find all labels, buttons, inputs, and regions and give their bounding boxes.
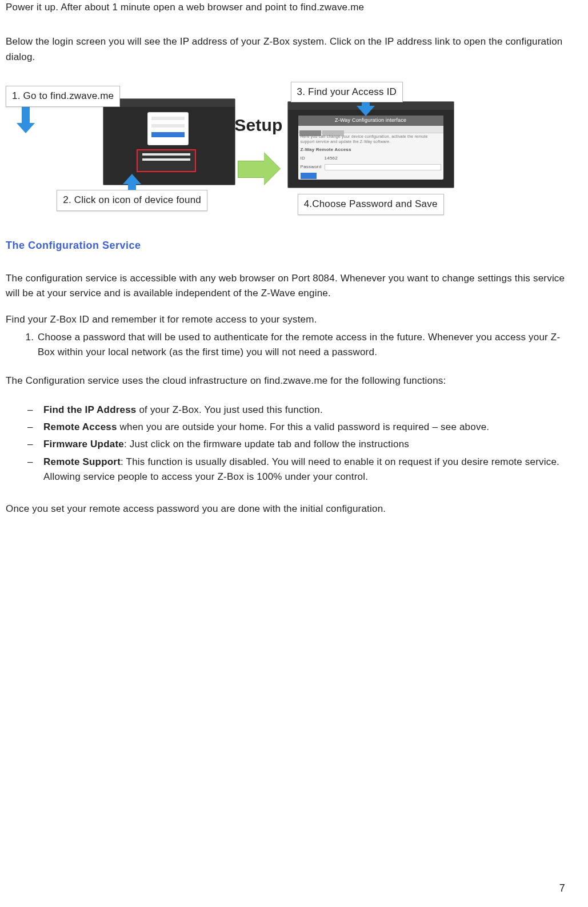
caption-step-1: 1. Go to find.zwave.me <box>6 86 120 106</box>
list-item: Remote Access when you are outside your … <box>27 420 565 435</box>
caption-step-3: 3. Find your Access ID <box>291 82 403 102</box>
config-paragraph-1: The configuration service is accessible … <box>6 271 565 301</box>
feature-list: Find the IP Address of your Z-Box. You j… <box>27 403 565 485</box>
list-item: Firmware Update: Just click on the firmw… <box>27 437 565 452</box>
section-heading: The Configuration Service <box>6 238 565 254</box>
arrow-right-icon <box>238 153 281 185</box>
caption-step-2: 2. Click on icon of device found <box>57 190 207 210</box>
arrow-down-icon <box>16 105 35 134</box>
intro-paragraph-2: Below the login screen you will see the … <box>6 34 565 65</box>
list-item: Find the IP Address of your Z-Box. You j… <box>27 403 565 417</box>
config-dialog-mock: Z-Way Configuration interface Here you c… <box>298 116 443 180</box>
intro-paragraph-1: Power it up. After about 1 minute open a… <box>6 0 565 15</box>
numbered-list: Choose a password that will be used to a… <box>22 330 565 360</box>
config-paragraph-4: Once you set your remote access password… <box>6 502 565 516</box>
login-card-mock <box>148 113 188 145</box>
caption-step-4: 4.Choose Password and Save <box>298 194 444 214</box>
config-paragraph-2: Find your Z-Box ID and remember it for r… <box>6 312 565 327</box>
setup-panel-right: 3. Find your Access ID Z-Way Configurati… <box>287 82 454 215</box>
config-paragraph-3: The Configuration service uses the cloud… <box>6 373 565 388</box>
list-item: Remote Support: This function is usually… <box>27 455 565 485</box>
setup-diagram: 1. Go to find.zwave.me 2. Click on icon … <box>6 82 565 215</box>
device-found-highlight <box>137 149 196 172</box>
setup-panel-left: 1. Go to find.zwave.me 2. Click on icon … <box>6 86 235 210</box>
setup-heading: Setup <box>234 112 282 139</box>
list-item: Choose a password that will be used to a… <box>37 330 565 360</box>
